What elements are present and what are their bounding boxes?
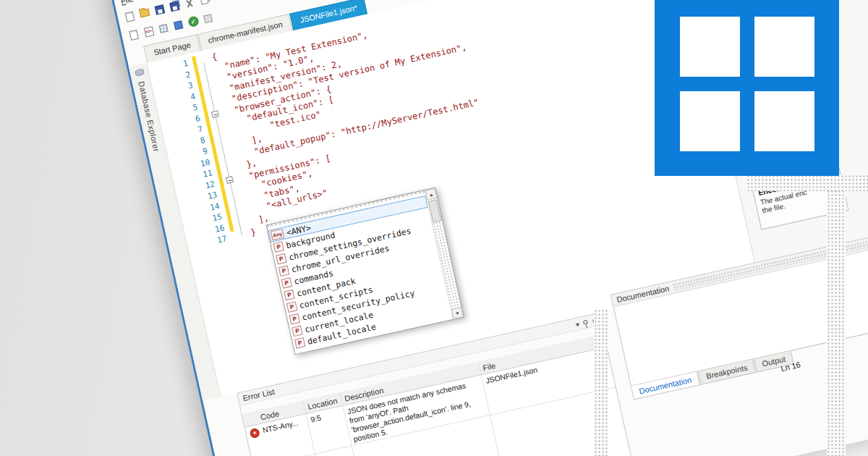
property-icon: P (294, 337, 306, 349)
any-type-icon: Any (271, 229, 285, 240)
property-icon: P (281, 277, 293, 289)
fold-toggle-icon[interactable] (211, 110, 219, 118)
xml-doc-icon: </> (143, 26, 154, 37)
windows-logo-square (680, 91, 740, 151)
error-icon: × (249, 428, 260, 439)
property-icon: P (284, 290, 295, 301)
blue-square-icon (174, 20, 183, 30)
grid-icon-button[interactable] (156, 21, 171, 35)
blank-tool-icon[interactable] (200, 11, 215, 25)
windows-logo (655, 0, 839, 176)
save-all-icon[interactable] (167, 0, 182, 14)
open-file-icon[interactable] (137, 6, 152, 20)
xml-schema-icon[interactable]: </> (141, 24, 156, 38)
grid-icon (158, 23, 168, 33)
folder-icon (140, 9, 150, 18)
pin-icon[interactable] (583, 320, 588, 325)
database-icon (135, 68, 145, 76)
options-icon[interactable] (171, 17, 185, 32)
document-icon (125, 11, 135, 22)
cut-icon[interactable] (182, 0, 196, 11)
windows-logo-square (754, 17, 814, 77)
property-icon: P (292, 326, 303, 337)
property-icon: P (289, 313, 301, 325)
windows-logo-square (754, 91, 814, 151)
chevron-down-icon[interactable]: ▾ (575, 320, 580, 329)
save-icon[interactable] (152, 2, 166, 17)
copy-icon[interactable] (197, 0, 211, 7)
floppy-all-icon (169, 1, 179, 12)
fold-toggle-icon[interactable] (226, 176, 234, 184)
code-text: } (247, 227, 257, 240)
menu-file[interactable]: File (120, 0, 135, 6)
new-file-icon[interactable] (122, 9, 137, 24)
pages-icon (200, 0, 208, 5)
gray-square-icon (203, 14, 213, 23)
new-document-icon[interactable] (127, 28, 141, 42)
crop-dots-middle (594, 309, 608, 456)
windows-logo-square (680, 17, 740, 77)
crop-dots-top (746, 174, 868, 191)
floppy-icon (154, 4, 164, 14)
property-icon: P (273, 241, 284, 253)
property-icon: P (276, 253, 287, 265)
property-icon: P (278, 266, 290, 277)
undo-icon[interactable]: ↶ (211, 0, 226, 4)
scissors-icon (184, 0, 194, 8)
crop-dots-right (827, 182, 846, 456)
redo-icon[interactable]: ↷ (226, 0, 241, 1)
check-wellformed-icon[interactable]: ✓ (186, 14, 200, 29)
scroll-down-button[interactable]: ▼ (451, 307, 464, 319)
stage: File ↶ ↷ ✓ </> ▸ </> ✓ Start Page ch (0, 0, 868, 456)
property-icon: P (286, 301, 298, 313)
check-circle-icon: ✓ (187, 15, 200, 28)
document-icon (129, 29, 139, 40)
